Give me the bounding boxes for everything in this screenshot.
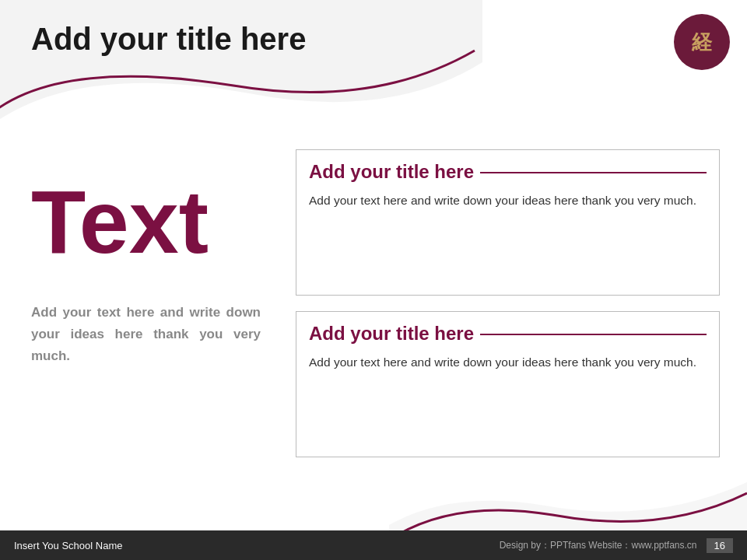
panel1-title-row: Add your title here bbox=[296, 150, 719, 183]
logo: 経 bbox=[674, 14, 730, 70]
panel2-body: Add your text here and write down your i… bbox=[296, 345, 719, 383]
footer-page-number: 16 bbox=[707, 538, 733, 553]
right-panel-1: Add your title here Add your text here a… bbox=[296, 149, 720, 296]
panel2-title: Add your title here bbox=[309, 323, 474, 345]
right-panel-2: Add your title here Add your text here a… bbox=[296, 311, 720, 457]
panel1-title-line bbox=[480, 172, 707, 173]
footer-design-credit: Design by：PPTfans Website：www.pptfans.cn bbox=[500, 539, 697, 552]
panel1-title: Add your title here bbox=[309, 161, 474, 183]
main-title: Add your title here bbox=[31, 22, 306, 57]
panel1-body: Add your text here and write down your i… bbox=[296, 183, 719, 222]
logo-circle: 経 bbox=[674, 14, 730, 70]
slide: 経 Add your title here Text Add your text… bbox=[0, 0, 747, 560]
footer-school-name: Insert You School Name bbox=[14, 540, 500, 551]
left-body-text: Add your text here and write down your i… bbox=[31, 302, 261, 367]
footer: Insert You School Name Design by：PPTfans… bbox=[0, 530, 747, 560]
large-text-word: Text bbox=[31, 177, 209, 267]
panel2-title-line bbox=[480, 334, 707, 335]
panel2-title-row: Add your title here bbox=[296, 312, 719, 345]
logo-char: 経 bbox=[692, 29, 712, 56]
top-decoration bbox=[0, 0, 747, 124]
